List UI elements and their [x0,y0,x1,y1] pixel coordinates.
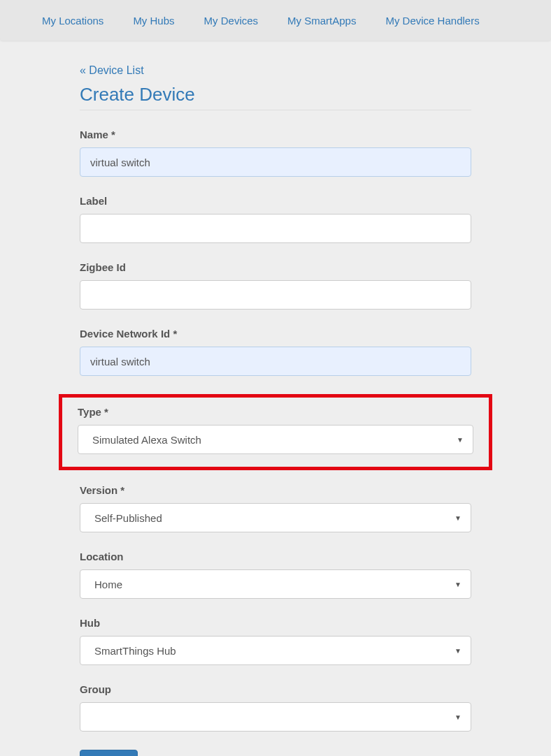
version-label: Version * [80,484,471,496]
main-content: « Device List Create Device Name * Label… [80,64,471,756]
name-input[interactable] [80,147,471,177]
nav-my-devices[interactable]: My Devices [204,15,259,27]
type-field-group: Type * Simulated Alexa Switch ▼ [78,406,473,454]
type-label: Type * [78,406,473,418]
hub-label: Hub [80,617,471,629]
device-network-id-field-group: Device Network Id * [80,328,471,376]
type-select[interactable]: Simulated Alexa Switch [78,425,473,454]
label-field-group: Label [80,195,471,243]
hub-field-group: Hub SmartThings Hub ▼ [80,617,471,665]
create-button[interactable]: Create [80,750,138,756]
name-field-group: Name * [80,129,471,177]
version-field-group: Version * Self-Published ▼ [80,484,471,532]
label-label: Label [80,195,471,207]
location-label: Location [80,551,471,562]
name-label: Name * [80,129,471,140]
top-navbar: My Locations My Hubs My Devices My Smart… [0,0,551,41]
back-to-device-list-link[interactable]: « Device List [80,64,144,77]
nav-my-hubs[interactable]: My Hubs [133,15,174,27]
type-highlight-box: Type * Simulated Alexa Switch ▼ [59,394,492,470]
location-field-group: Location Home ▼ [80,551,471,599]
group-field-group: Group ▼ [80,683,471,732]
group-label: Group [80,683,471,695]
page-title: Create Device [80,84,471,110]
zigbee-id-label: Zigbee Id [80,261,471,273]
nav-my-device-handlers[interactable]: My Device Handlers [385,15,479,27]
location-select[interactable]: Home [80,569,471,599]
nav-my-locations[interactable]: My Locations [42,15,103,27]
device-network-id-label: Device Network Id * [80,328,471,340]
hub-select[interactable]: SmartThings Hub [80,636,471,665]
device-network-id-input[interactable] [80,347,471,376]
nav-my-smartapps[interactable]: My SmartApps [287,15,356,27]
zigbee-id-field-group: Zigbee Id [80,261,471,310]
label-input[interactable] [80,214,471,243]
group-select[interactable] [80,702,471,732]
version-select[interactable]: Self-Published [80,503,471,532]
zigbee-id-input[interactable] [80,280,471,310]
